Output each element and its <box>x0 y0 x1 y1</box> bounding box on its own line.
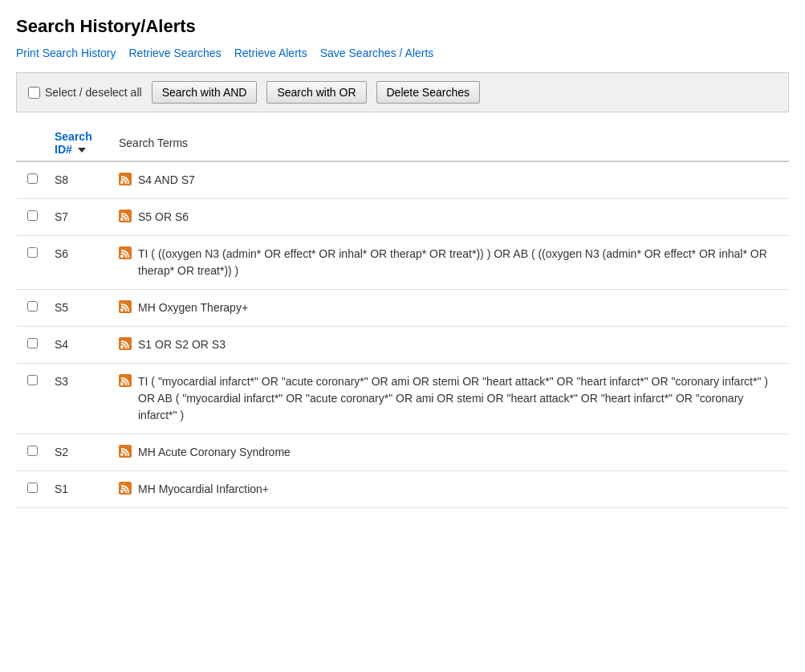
search-history-table: Search ID# Search Terms S8 S4 AND S7S7 S… <box>16 125 789 508</box>
row-checkbox-cell <box>16 364 48 434</box>
svg-rect-2 <box>119 210 132 222</box>
rss-icon[interactable] <box>119 337 132 352</box>
row-checkbox[interactable] <box>27 173 38 184</box>
search-term-text: MH Myocardial Infarction+ <box>138 481 269 498</box>
search-with-or-button[interactable]: Search with OR <box>266 81 366 104</box>
svg-point-5 <box>120 255 124 258</box>
row-search-id: S1 <box>48 471 112 508</box>
rss-icon[interactable] <box>119 445 132 460</box>
svg-point-9 <box>120 345 124 348</box>
search-term-text: MH Oxygen Therapy+ <box>138 299 248 316</box>
table-row: S3 TI ( "myocardial infarct*" OR "acute … <box>16 364 789 434</box>
print-search-history-link[interactable]: Print Search History <box>16 47 116 59</box>
row-checkbox[interactable] <box>27 247 38 258</box>
row-search-terms: S5 OR S6 <box>112 199 789 236</box>
row-search-id: S2 <box>48 434 112 471</box>
row-checkbox[interactable] <box>27 375 38 385</box>
row-search-id: S7 <box>48 199 112 236</box>
table-row: S7 S5 OR S6 <box>16 199 789 236</box>
svg-point-7 <box>120 308 124 312</box>
row-checkbox-cell <box>16 236 48 290</box>
row-checkbox-cell <box>16 161 48 199</box>
svg-point-1 <box>120 181 124 184</box>
retrieve-alerts-link[interactable]: Retrieve Alerts <box>234 47 307 59</box>
sort-search-id-link[interactable]: Search ID# <box>55 130 92 156</box>
rss-icon[interactable] <box>119 482 132 497</box>
row-checkbox-cell <box>16 434 48 471</box>
table-row: S5 MH Oxygen Therapy+ <box>16 290 789 327</box>
svg-rect-6 <box>119 300 132 313</box>
row-checkbox[interactable] <box>27 338 38 348</box>
search-term-text: MH Acute Coronary Syndrome <box>138 444 291 461</box>
table-row: S4 S1 OR S2 OR S3 <box>16 327 789 364</box>
toolbar: Select / deselect all Search with AND Se… <box>16 72 789 112</box>
save-searches-alerts-link[interactable]: Save Searches / Alerts <box>320 47 434 59</box>
table-row: S1 MH Myocardial Infarction+ <box>16 471 789 508</box>
svg-rect-8 <box>119 337 132 350</box>
col-header-checkbox <box>16 125 48 161</box>
row-search-terms: MH Acute Coronary Syndrome <box>112 434 789 471</box>
search-term-text: S4 AND S7 <box>138 172 195 189</box>
row-checkbox-cell <box>16 471 48 508</box>
row-checkbox-cell <box>16 199 48 236</box>
svg-point-15 <box>120 490 124 493</box>
svg-rect-14 <box>119 482 132 495</box>
row-search-id: S8 <box>48 161 112 199</box>
table-row: S6 TI ( ((oxygen N3 (admin* OR effect* O… <box>16 236 789 290</box>
row-search-id: S3 <box>48 364 112 434</box>
svg-rect-10 <box>119 374 132 387</box>
rss-icon[interactable] <box>119 300 132 316</box>
svg-point-3 <box>120 218 124 221</box>
page-title: Search History/Alerts <box>16 16 789 37</box>
row-checkbox[interactable] <box>27 483 38 493</box>
table-row: S2 MH Acute Coronary Syndrome <box>16 434 789 471</box>
col-header-id: Search ID# <box>48 125 112 161</box>
rss-icon[interactable] <box>119 374 132 389</box>
rss-icon[interactable] <box>119 173 132 188</box>
search-term-text: TI ( "myocardial infarct*" OR "acute cor… <box>138 373 783 424</box>
delete-searches-button[interactable]: Delete Searches <box>376 81 481 104</box>
row-search-terms: TI ( "myocardial infarct*" OR "acute cor… <box>112 364 789 434</box>
row-checkbox-cell <box>16 290 48 327</box>
svg-rect-12 <box>119 445 132 458</box>
svg-point-11 <box>120 382 124 385</box>
row-checkbox[interactable] <box>27 210 38 221</box>
rss-icon[interactable] <box>119 210 132 225</box>
row-search-terms: MH Myocardial Infarction+ <box>112 471 789 508</box>
row-checkbox[interactable] <box>27 446 38 456</box>
col-header-terms: Search Terms <box>112 125 789 161</box>
row-search-terms: S4 AND S7 <box>112 161 789 199</box>
select-all-checkbox[interactable] <box>28 87 40 99</box>
sort-arrow-icon <box>78 148 86 153</box>
rss-icon[interactable] <box>119 246 132 262</box>
row-search-id: S6 <box>48 236 112 290</box>
retrieve-searches-link[interactable]: Retrieve Searches <box>128 47 221 59</box>
svg-rect-4 <box>119 246 132 259</box>
row-search-id: S4 <box>48 327 112 364</box>
select-all-label[interactable]: Select / deselect all <box>28 86 142 99</box>
select-all-text: Select / deselect all <box>45 86 142 99</box>
search-term-text: S5 OR S6 <box>138 209 189 226</box>
nav-links: Print Search History Retrieve Searches R… <box>16 47 789 59</box>
row-search-terms: TI ( ((oxygen N3 (admin* OR effect* OR i… <box>112 236 789 290</box>
search-with-and-button[interactable]: Search with AND <box>152 81 258 104</box>
search-term-text: TI ( ((oxygen N3 (admin* OR effect* OR i… <box>138 246 783 279</box>
row-search-terms: MH Oxygen Therapy+ <box>112 290 789 327</box>
row-checkbox[interactable] <box>27 301 38 312</box>
table-row: S8 S4 AND S7 <box>16 161 789 199</box>
search-term-text: S1 OR S2 OR S3 <box>138 336 226 353</box>
row-checkbox-cell <box>16 327 48 364</box>
svg-point-13 <box>120 453 124 456</box>
svg-rect-0 <box>119 173 132 185</box>
row-search-terms: S1 OR S2 OR S3 <box>112 327 789 364</box>
row-search-id: S5 <box>48 290 112 327</box>
